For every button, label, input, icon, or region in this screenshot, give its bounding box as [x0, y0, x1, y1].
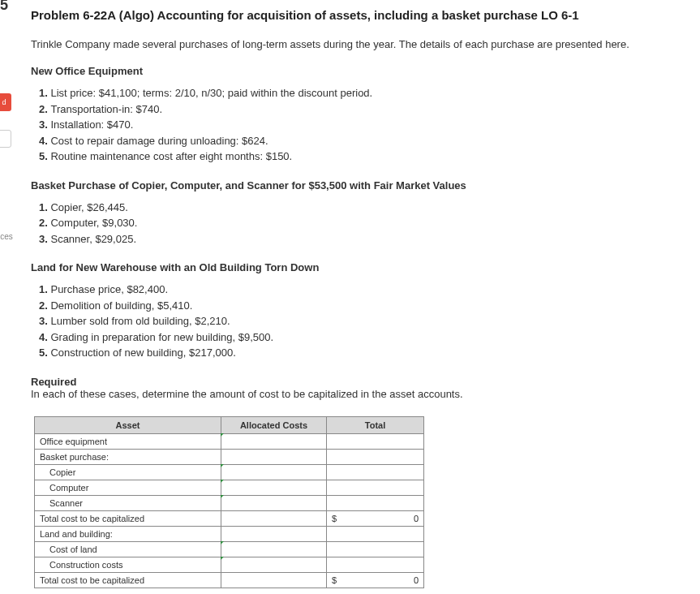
list-item: Computer, $9,030.	[39, 215, 684, 231]
cell-label: Copier	[35, 464, 221, 480]
dollar-sign: $	[332, 575, 337, 585]
table-row: Scanner	[35, 495, 424, 510]
cell-label: Cost of land	[35, 541, 221, 557]
cell-input[interactable]	[221, 541, 327, 557]
cell-input[interactable]	[221, 464, 327, 480]
list-item: Installation: $470.	[39, 117, 684, 133]
section-head-land: Land for New Warehouse with an Old Build…	[31, 261, 684, 273]
dollar-sign: $	[332, 514, 337, 523]
intro-text: Trinkle Company made several purchases o…	[31, 38, 684, 50]
cell-blank	[327, 526, 424, 541]
table-row: Copier	[35, 464, 424, 480]
list-item: Construction of new building, $217,000.	[39, 345, 684, 361]
cell-blank	[221, 510, 327, 526]
th-allocated: Allocated Costs	[221, 416, 327, 433]
nav-icon-marker[interactable]: d	[0, 93, 11, 111]
required-label: Required	[31, 376, 684, 388]
list-item: Scanner, $29,025.	[39, 231, 684, 248]
table-row: Land and building:	[35, 526, 424, 541]
list-land: Purchase price, $82,400. Demolition of b…	[39, 282, 684, 361]
cell-input[interactable]	[221, 433, 327, 449]
cell-label: Total cost to be capitalized	[35, 572, 221, 588]
table-row: Construction costs	[35, 557, 424, 572]
section-head-equipment: New Office Equipment	[31, 65, 684, 77]
list-item: Demolition of building, $5,410.	[39, 298, 684, 314]
list-item: Transportation-in: $740.	[39, 101, 684, 118]
list-basket: Copier, $26,445. Computer, $9,030. Scann…	[39, 200, 684, 248]
cell-input[interactable]	[221, 495, 327, 510]
cell-blank	[327, 557, 424, 572]
list-equipment: List price: $41,100; terms: 2/10, n/30; …	[39, 85, 684, 165]
answer-table: Asset Allocated Costs Total Office equip…	[34, 416, 424, 588]
table-row: Cost of land	[35, 541, 424, 557]
cell-blank	[221, 572, 327, 588]
section-head-basket: Basket Purchase of Copier, Computer, and…	[31, 179, 684, 192]
list-item: Routine maintenance cost after eight mon…	[39, 148, 684, 165]
cell-label: Computer	[35, 480, 221, 495]
table-row: Total cost to be capitalized $0	[35, 572, 424, 588]
nav-icon-top[interactable]: 5	[0, 0, 11, 14]
cell-input[interactable]	[221, 480, 327, 495]
cell-blank	[221, 526, 327, 541]
cell-blank	[327, 464, 424, 480]
problem-content: Problem 6-22A (Algo) Accounting for acqu…	[0, 0, 700, 594]
cell-label: Construction costs	[35, 557, 221, 572]
table-row: Basket purchase:	[35, 449, 424, 464]
table-row: Office equipment	[35, 433, 424, 449]
table-header-row: Asset Allocated Costs Total	[35, 416, 424, 433]
cell-blank	[327, 480, 424, 495]
list-item: List price: $41,100; terms: 2/10, n/30; …	[39, 85, 684, 101]
list-item: Cost to repair damage during unloading: …	[39, 133, 684, 149]
list-item: Purchase price, $82,400.	[39, 282, 684, 298]
sidebar: 5 d ces	[0, 0, 10, 594]
table-row: Total cost to be capitalized $0	[35, 510, 424, 526]
zero-value: 0	[414, 575, 419, 585]
cell-total: $0	[327, 572, 424, 588]
zero-value: 0	[414, 514, 419, 523]
cell-blank	[327, 433, 424, 449]
cell-input[interactable]	[221, 557, 327, 572]
list-item: Grading in preparation for new building,…	[39, 329, 684, 346]
required-block: Required In each of these cases, determi…	[31, 376, 684, 400]
cell-label: Land and building:	[35, 526, 221, 541]
cell-label: Office equipment	[35, 433, 221, 449]
th-total: Total	[327, 416, 424, 433]
problem-title: Problem 6-22A (Algo) Accounting for acqu…	[31, 8, 684, 22]
cell-label: Total cost to be capitalized	[35, 510, 221, 526]
required-text: In each of these cases, determine the am…	[31, 388, 463, 400]
cell-blank	[221, 449, 327, 464]
th-asset: Asset	[35, 416, 221, 433]
cell-blank	[327, 541, 424, 557]
cell-label: Basket purchase:	[35, 449, 221, 464]
table-row: Computer	[35, 480, 424, 495]
cell-label: Scanner	[35, 495, 221, 510]
list-item: Copier, $26,445.	[39, 200, 684, 216]
cell-blank	[327, 449, 424, 464]
nav-label-ces: ces	[0, 227, 16, 245]
cell-blank	[327, 495, 424, 510]
cell-total: $0	[327, 510, 424, 526]
nav-icon-box[interactable]	[0, 130, 11, 148]
list-item: Lumber sold from old building, $2,210.	[39, 313, 684, 329]
